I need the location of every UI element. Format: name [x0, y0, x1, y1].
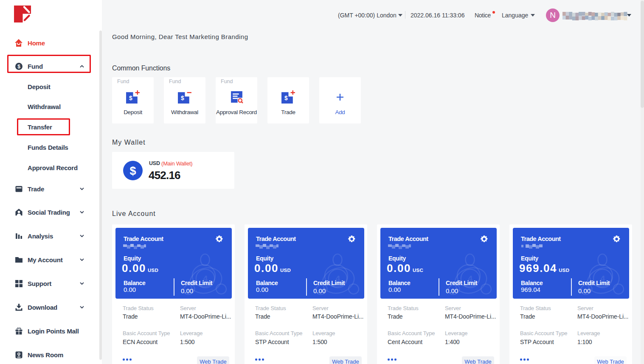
svg-text:$: $ — [284, 95, 288, 101]
svg-text:$: $ — [129, 165, 136, 177]
svg-text:$: $ — [181, 95, 184, 101]
svg-text:$: $ — [17, 63, 20, 69]
svg-text:$: $ — [129, 95, 132, 101]
